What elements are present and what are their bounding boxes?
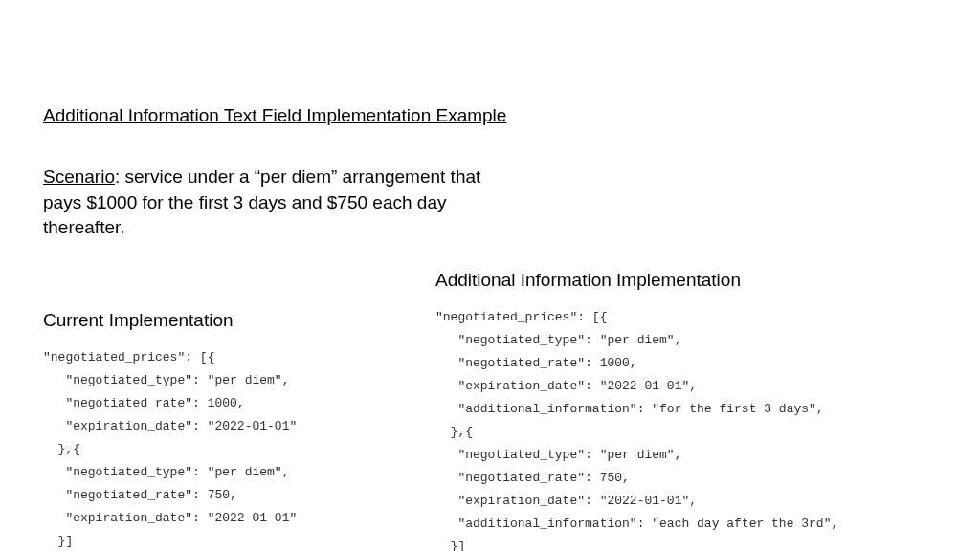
right-heading: Additional Information Implementation: [435, 270, 937, 291]
page-title: Additional Information Text Field Implem…: [43, 105, 937, 126]
left-column: Current Implementation "negotiated_price…: [43, 270, 426, 551]
left-code-block: "negotiated_prices": [{ "negotiated_type…: [43, 346, 426, 551]
scenario-label: Scenario: [43, 166, 115, 187]
scenario-block: Scenario: service under a “per diem” arr…: [43, 165, 483, 241]
right-code-block: "negotiated_prices": [{ "negotiated_type…: [435, 306, 937, 551]
columns-container: Current Implementation "negotiated_price…: [43, 270, 937, 551]
left-heading: Current Implementation: [43, 310, 426, 331]
right-column: Additional Information Implementation "n…: [435, 270, 937, 551]
